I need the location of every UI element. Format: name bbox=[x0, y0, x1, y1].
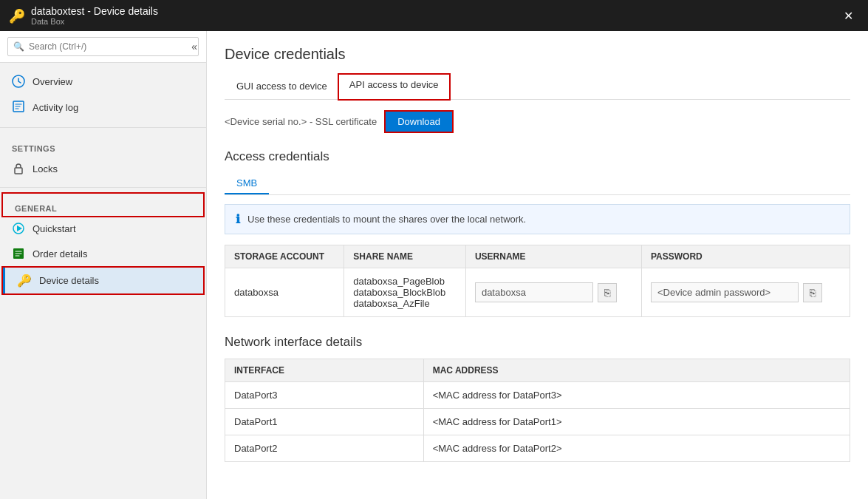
cell-share-names: databoxsa_PageBlob databoxsa_BlockBlob d… bbox=[344, 268, 466, 317]
cell-mac-1: <MAC address for DataPort1> bbox=[423, 409, 850, 435]
overview-label: Overview bbox=[33, 76, 72, 87]
content-area: Device credentials GUI access to device … bbox=[207, 31, 868, 499]
overview-icon bbox=[12, 75, 25, 88]
cell-interface-1: DataPort1 bbox=[225, 409, 424, 435]
lock-icon bbox=[12, 162, 25, 175]
window-title: databoxtest - Device details bbox=[31, 5, 838, 17]
cell-mac-0: <MAC address for DataPort3> bbox=[423, 382, 850, 409]
divider2 bbox=[0, 187, 206, 188]
app-icon: 🔑 bbox=[9, 8, 24, 23]
col-storage-account: STORAGE ACCOUNT bbox=[225, 245, 344, 268]
share-name-3: databoxsa_AzFile bbox=[353, 298, 457, 309]
password-placeholder: <Device admin password> bbox=[651, 282, 799, 302]
general-section-label: GENERAL bbox=[3, 194, 203, 216]
tab-gui-access[interactable]: GUI access to device bbox=[225, 75, 339, 99]
ssl-section: <Device serial no.> - SSL certificate Do… bbox=[225, 112, 850, 132]
quickstart-label: Quickstart bbox=[33, 223, 76, 234]
tab-smb[interactable]: SMB bbox=[225, 173, 269, 194]
sidebar-item-order-details[interactable]: Order details bbox=[0, 241, 206, 266]
smb-tab-bar: SMB bbox=[225, 173, 850, 195]
collapse-button[interactable]: « bbox=[191, 41, 197, 52]
search-icon: 🔍 bbox=[13, 41, 24, 52]
close-button[interactable]: ✕ bbox=[838, 6, 859, 26]
device-details-label: Device details bbox=[39, 275, 99, 286]
sidebar-item-locks[interactable]: Locks bbox=[0, 156, 206, 181]
svg-rect-2 bbox=[15, 168, 22, 174]
tab-api-access[interactable]: API access to device bbox=[339, 75, 449, 99]
cell-mac-2: <MAC address for DataPort2> bbox=[423, 435, 850, 462]
col-share-name: SHARE NAME bbox=[344, 245, 466, 268]
cell-interface-0: DataPort3 bbox=[225, 382, 424, 409]
page-title: Device credentials bbox=[225, 46, 850, 63]
access-credentials-heading: Access credentials bbox=[225, 149, 850, 164]
order-icon bbox=[12, 247, 25, 260]
activity-log-label: Activity log bbox=[33, 102, 78, 113]
copy-username-button[interactable]: ⎘ bbox=[598, 283, 617, 302]
sidebar-item-device-details[interactable]: 🔑 Device details bbox=[3, 268, 203, 293]
col-username: USERNAME bbox=[465, 245, 641, 268]
credential-tabs: GUI access to device API access to devic… bbox=[225, 75, 850, 100]
cell-interface-2: DataPort2 bbox=[225, 435, 424, 462]
col-mac-address: MAC ADDRESS bbox=[423, 359, 850, 382]
table-row: DataPort1 <MAC address for DataPort1> bbox=[225, 409, 850, 435]
sidebar: 🔍 « Overview Activity log SETTINGS bbox=[0, 31, 207, 499]
cell-storage-account: databoxsa bbox=[225, 268, 344, 317]
table-row: databoxsa databoxsa_PageBlob databoxsa_B… bbox=[225, 268, 850, 317]
device-details-icon: 🔑 bbox=[17, 274, 32, 288]
cell-username: ⎘ bbox=[465, 268, 641, 317]
table-row: DataPort2 <MAC address for DataPort2> bbox=[225, 435, 850, 462]
settings-section-label: SETTINGS bbox=[0, 134, 206, 156]
sidebar-nav: Overview Activity log SETTINGS Locks bbox=[0, 63, 206, 301]
divider bbox=[0, 127, 206, 128]
svg-marker-4 bbox=[17, 225, 22, 231]
col-interface: INTERFACE bbox=[225, 359, 424, 382]
sidebar-item-activity-log[interactable]: Activity log bbox=[0, 94, 206, 121]
share-name-2: databoxsa_BlockBlob bbox=[353, 287, 457, 298]
activity-log-icon bbox=[12, 100, 25, 115]
locks-label: Locks bbox=[33, 163, 58, 174]
info-box: ℹ Use these credentials to mount the sha… bbox=[225, 204, 850, 234]
search-input[interactable] bbox=[7, 37, 199, 56]
title-bar: 🔑 databoxtest - Device details Data Box … bbox=[0, 0, 868, 31]
title-bar-text: databoxtest - Device details Data Box bbox=[31, 5, 838, 26]
username-input[interactable] bbox=[475, 282, 593, 302]
order-details-label: Order details bbox=[33, 248, 87, 259]
share-name-1: databoxsa_PageBlob bbox=[353, 276, 457, 287]
table-row: DataPort3 <MAC address for DataPort3> bbox=[225, 382, 850, 409]
quickstart-icon bbox=[12, 222, 25, 235]
col-password: PASSWORD bbox=[642, 245, 850, 268]
network-table: INTERFACE MAC ADDRESS DataPort3 <MAC add… bbox=[225, 359, 850, 462]
sidebar-item-overview[interactable]: Overview bbox=[0, 69, 206, 94]
window-subtitle: Data Box bbox=[31, 17, 838, 26]
sidebar-item-quickstart[interactable]: Quickstart bbox=[0, 216, 206, 241]
copy-password-button[interactable]: ⎘ bbox=[803, 283, 822, 302]
ssl-text: <Device serial no.> - SSL certificate bbox=[225, 116, 377, 127]
info-icon: ℹ bbox=[236, 212, 240, 226]
network-interface-heading: Network interface details bbox=[225, 335, 850, 350]
info-text: Use these credentials to mount the share… bbox=[247, 214, 526, 225]
search-bar: 🔍 « bbox=[0, 31, 206, 63]
credentials-table: STORAGE ACCOUNT SHARE NAME USERNAME PASS… bbox=[225, 245, 850, 317]
cell-password: <Device admin password> ⎘ bbox=[642, 268, 850, 317]
download-button[interactable]: Download bbox=[386, 112, 452, 132]
